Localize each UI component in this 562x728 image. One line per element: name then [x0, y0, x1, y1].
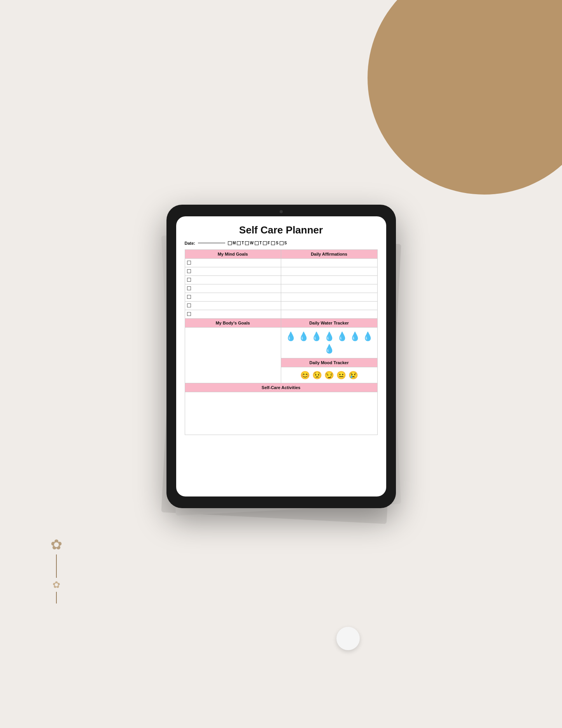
- earbuds: [336, 627, 360, 650]
- top-grid: My Mind Goals Daily Affirmations: [185, 249, 378, 319]
- day-t[interactable]: T: [237, 241, 244, 245]
- mind-goal-7-checkbox[interactable]: [187, 312, 191, 316]
- drop-6[interactable]: 💧: [350, 332, 360, 342]
- affirmations-column: Daily Affirmations: [281, 249, 378, 319]
- drop-3[interactable]: 💧: [311, 332, 322, 342]
- drop-8[interactable]: 💧: [324, 344, 334, 354]
- body-section: My Body's Goals Daily Water Tracker 💧 💧 …: [185, 319, 378, 383]
- mood-smirk[interactable]: 😏: [324, 370, 334, 380]
- day-s-box[interactable]: [271, 241, 275, 245]
- mind-goal-1[interactable]: [185, 259, 281, 267]
- mind-goal-6[interactable]: [185, 302, 281, 310]
- self-care-header: Self-Care Activities: [185, 383, 378, 392]
- day-s[interactable]: S: [271, 241, 278, 245]
- body-goals-column: My Body's Goals: [185, 319, 281, 383]
- day-m[interactable]: M: [228, 241, 236, 245]
- mind-goal-3-checkbox[interactable]: [187, 278, 191, 282]
- drop-1[interactable]: 💧: [285, 332, 296, 342]
- day-w-box[interactable]: [245, 241, 249, 245]
- decorative-plant: ✿ ✿: [51, 537, 62, 603]
- mind-goal-5-checkbox[interactable]: [187, 295, 191, 299]
- date-line[interactable]: [198, 243, 225, 243]
- drop-4[interactable]: 💧: [324, 332, 334, 342]
- background-arc: [368, 0, 562, 195]
- body-goals-area[interactable]: [185, 328, 281, 383]
- day-s2[interactable]: S: [280, 241, 287, 245]
- affirmations-header: Daily Affirmations: [281, 249, 378, 259]
- day-f[interactable]: F: [263, 241, 270, 245]
- affirmation-4[interactable]: [281, 284, 378, 293]
- drop-7[interactable]: 💧: [362, 332, 373, 342]
- affirmation-7[interactable]: [281, 310, 378, 319]
- mind-goal-7[interactable]: [185, 310, 281, 319]
- day-s2-box[interactable]: [280, 241, 284, 245]
- mind-goal-6-checkbox[interactable]: [187, 303, 191, 307]
- water-mood-column: Daily Water Tracker 💧 💧 💧 💧 💧 💧 💧 💧 Dail…: [281, 319, 378, 383]
- day-t-box[interactable]: [237, 241, 241, 245]
- affirmation-6[interactable]: [281, 302, 378, 310]
- mood-cry[interactable]: 😢: [348, 370, 358, 380]
- tablet-frame: Self Care Planner Date: M T W T F S S My…: [166, 205, 396, 508]
- mind-goal-4[interactable]: [185, 284, 281, 293]
- water-tracker-header: Daily Water Tracker: [281, 319, 378, 328]
- mood-tracker-header: Daily Mood Tracker: [281, 358, 378, 367]
- mood-area: 😊 😟 😏 😐 😢: [281, 367, 378, 383]
- mind-goals-header: My Mind Goals: [185, 249, 281, 259]
- mind-goals-column: My Mind Goals: [185, 249, 281, 319]
- affirmation-5[interactable]: [281, 293, 378, 302]
- affirmation-3[interactable]: [281, 276, 378, 284]
- mood-sad[interactable]: 😟: [312, 370, 322, 380]
- mind-goal-4-checkbox[interactable]: [187, 286, 191, 290]
- mood-happy[interactable]: 😊: [300, 370, 310, 380]
- planner-title: Self Care Planner: [185, 224, 378, 236]
- affirmation-1[interactable]: [281, 259, 378, 267]
- mind-goal-5[interactable]: [185, 293, 281, 302]
- self-care-area[interactable]: [185, 392, 378, 435]
- affirmation-2[interactable]: [281, 267, 378, 276]
- mind-goal-2-checkbox[interactable]: [187, 269, 191, 273]
- mood-neutral[interactable]: 😐: [336, 370, 346, 380]
- water-drops-area: 💧 💧 💧 💧 💧 💧 💧 💧: [281, 328, 378, 358]
- day-t2[interactable]: T: [255, 241, 262, 245]
- mind-goal-1-checkbox[interactable]: [187, 261, 191, 265]
- date-label: Date:: [185, 241, 196, 246]
- date-row: Date: M T W T F S S: [185, 241, 378, 246]
- mind-goal-3[interactable]: [185, 276, 281, 284]
- tablet-camera: [280, 210, 283, 213]
- day-m-box[interactable]: [228, 241, 232, 245]
- mind-goal-2[interactable]: [185, 267, 281, 276]
- body-goals-header: My Body's Goals: [185, 319, 281, 328]
- drop-5[interactable]: 💧: [337, 332, 347, 342]
- day-f-box[interactable]: [263, 241, 267, 245]
- tablet-screen: Self Care Planner Date: M T W T F S S My…: [176, 216, 386, 496]
- day-t2-box[interactable]: [255, 241, 259, 245]
- drop-2[interactable]: 💧: [298, 332, 309, 342]
- self-care-section: Self-Care Activities: [185, 383, 378, 435]
- day-w[interactable]: W: [245, 241, 253, 245]
